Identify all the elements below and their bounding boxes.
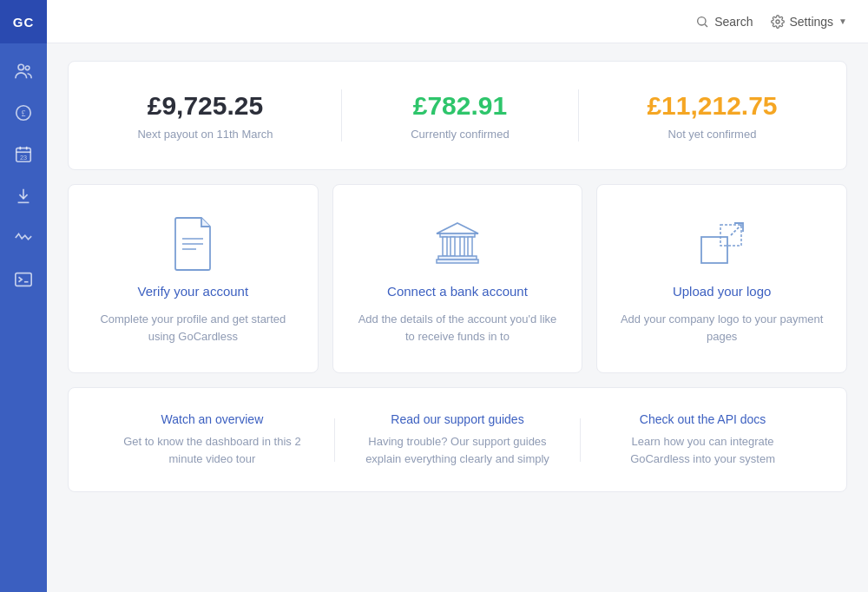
sidebar-nav: £ 23	[0, 43, 47, 307]
search-icon	[695, 15, 709, 29]
sidebar-item-payouts[interactable]	[4, 177, 43, 215]
settings-icon	[771, 15, 785, 29]
sidebar-item-users[interactable]	[4, 52, 43, 90]
action-card-verify[interactable]: Verify your account Complete your profil…	[68, 184, 319, 373]
sidebar-item-terminal[interactable]	[4, 260, 43, 299]
svg-rect-27	[701, 237, 727, 263]
svg-text:23: 23	[20, 154, 27, 161]
svg-line-14	[705, 24, 707, 27]
svg-rect-11	[16, 273, 31, 286]
overview-desc: Get to know the dashboard in this 2 minu…	[116, 433, 307, 467]
verify-icon	[165, 216, 220, 272]
links-card: Watch an overview Get to know the dashbo…	[68, 387, 847, 492]
payout-amount-unconfirmed: £11,212.75	[647, 91, 777, 121]
upload-icon	[694, 216, 750, 272]
payout-amount-next: £9,725.25	[148, 91, 263, 121]
svg-rect-21	[443, 237, 447, 256]
payout-amount-confirmed: £782.91	[413, 91, 507, 121]
svg-line-28	[731, 223, 743, 235]
app-logo[interactable]: GC	[0, 0, 47, 43]
sidebar-item-calendar[interactable]: 23	[4, 135, 43, 174]
svg-rect-22	[450, 237, 455, 256]
api-desc: Learn how you can integrate GoCardless i…	[608, 433, 799, 467]
search-label: Search	[714, 15, 753, 29]
sidebar-item-activity[interactable]	[4, 219, 43, 257]
topbar: Search Settings ▼	[47, 0, 868, 43]
payout-label-unconfirmed: Not yet confirmed	[668, 128, 757, 141]
logo-title: Upload your logo	[673, 284, 771, 299]
payout-item-next: £9,725.25 Next payout on 11th March	[137, 91, 273, 141]
bank-title: Connect a bank account	[387, 284, 528, 299]
svg-text:£: £	[21, 109, 25, 118]
action-cards-row: Verify your account Complete your profil…	[68, 184, 847, 373]
payout-item-unconfirmed: £11,212.75 Not yet confirmed	[647, 91, 777, 141]
svg-point-0	[18, 64, 23, 69]
svg-rect-24	[468, 237, 472, 256]
search-button[interactable]: Search	[695, 15, 753, 29]
settings-label: Settings	[790, 15, 834, 29]
action-card-logo[interactable]: Upload your logo Add your company logo t…	[596, 184, 847, 373]
sidebar: GC £ 23	[0, 0, 47, 592]
svg-rect-26	[437, 260, 478, 263]
settings-button[interactable]: Settings ▼	[771, 15, 848, 29]
payout-summary-card: £9,725.25 Next payout on 11th March £782…	[68, 61, 847, 170]
payout-label-confirmed: Currently confirmed	[411, 128, 509, 141]
svg-point-1	[25, 66, 30, 70]
bank-desc: Add the details of the account you'd lik…	[354, 311, 562, 345]
guides-desc: Having trouble? Our support guides expla…	[362, 433, 553, 467]
bank-icon	[430, 216, 485, 272]
overview-title[interactable]: Watch an overview	[161, 412, 264, 426]
payout-divider-2	[578, 89, 579, 141]
link-item-api: Check out the API docs Learn how you can…	[608, 412, 799, 467]
content-area: £9,725.25 Next payout on 11th March £782…	[47, 43, 868, 592]
action-card-bank[interactable]: Connect a bank account Add the details o…	[332, 184, 583, 373]
main-area: Search Settings ▼ £9,725.25 Next payout …	[47, 0, 868, 592]
chevron-down-icon: ▼	[838, 16, 847, 26]
link-item-guides: Read our support guides Having trouble? …	[362, 412, 553, 467]
svg-point-15	[776, 20, 779, 23]
logo-desc: Add your company logo to your payment pa…	[618, 311, 825, 345]
verify-title: Verify your account	[138, 284, 249, 299]
svg-point-13	[698, 16, 706, 24]
verify-desc: Complete your profile and get started us…	[89, 311, 297, 345]
payout-item-confirmed: £782.91 Currently confirmed	[411, 91, 509, 141]
links-divider-2	[580, 418, 581, 462]
link-item-overview: Watch an overview Get to know the dashbo…	[116, 412, 307, 467]
guides-title[interactable]: Read our support guides	[391, 412, 523, 426]
api-title[interactable]: Check out the API docs	[640, 412, 766, 426]
payout-divider-1	[341, 89, 342, 141]
payout-label-next: Next payout on 11th March	[137, 128, 273, 141]
svg-marker-19	[437, 223, 478, 234]
svg-rect-23	[460, 237, 464, 256]
links-divider-1	[334, 418, 335, 462]
sidebar-item-payments[interactable]: £	[4, 94, 43, 132]
